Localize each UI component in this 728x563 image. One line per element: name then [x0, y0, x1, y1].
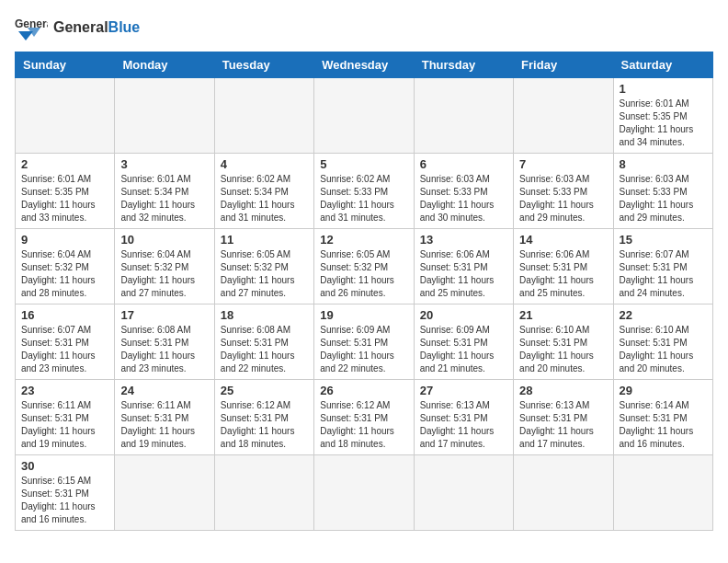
day-number: 2	[21, 157, 108, 171]
day-number: 19	[320, 308, 407, 322]
day-info: Sunrise: 6:02 AM Sunset: 5:33 PM Dayligh…	[320, 173, 407, 224]
calendar-cell	[613, 455, 712, 531]
calendar-cell: 27Sunrise: 6:13 AM Sunset: 5:31 PM Dayli…	[414, 380, 513, 455]
calendar-cell: 15Sunrise: 6:07 AM Sunset: 5:31 PM Dayli…	[613, 229, 712, 304]
calendar-cell	[314, 78, 414, 154]
calendar-cell: 25Sunrise: 6:12 AM Sunset: 5:31 PM Dayli…	[214, 380, 313, 455]
calendar-cell: 28Sunrise: 6:13 AM Sunset: 5:31 PM Dayli…	[514, 380, 613, 455]
day-info: Sunrise: 6:08 AM Sunset: 5:31 PM Dayligh…	[221, 324, 308, 375]
day-number: 26	[320, 384, 407, 397]
calendar-day-header: Tuesday	[214, 52, 313, 78]
calendar-cell: 12Sunrise: 6:05 AM Sunset: 5:32 PM Dayli…	[314, 229, 414, 304]
calendar-cell	[214, 455, 313, 531]
day-number: 8	[620, 157, 707, 171]
day-info: Sunrise: 6:12 AM Sunset: 5:31 PM Dayligh…	[221, 399, 308, 451]
day-number: 15	[620, 233, 707, 247]
day-info: Sunrise: 6:11 AM Sunset: 5:31 PM Dayligh…	[120, 399, 208, 451]
calendar-cell: 17Sunrise: 6:08 AM Sunset: 5:31 PM Dayli…	[115, 304, 214, 380]
day-info: Sunrise: 6:09 AM Sunset: 5:31 PM Dayligh…	[420, 324, 507, 375]
day-info: Sunrise: 6:10 AM Sunset: 5:31 PM Dayligh…	[519, 324, 607, 375]
logo-general: General	[53, 19, 108, 35]
calendar-cell: 8Sunrise: 6:03 AM Sunset: 5:33 PM Daylig…	[613, 154, 712, 229]
calendar-cell: 19Sunrise: 6:09 AM Sunset: 5:31 PM Dayli…	[314, 304, 414, 380]
calendar-header-row: SundayMondayTuesdayWednesdayThursdayFrid…	[16, 52, 713, 78]
day-number: 11	[221, 233, 308, 247]
day-number: 30	[21, 459, 108, 473]
day-info: Sunrise: 6:14 AM Sunset: 5:31 PM Dayligh…	[620, 399, 707, 451]
day-info: Sunrise: 6:15 AM Sunset: 5:31 PM Dayligh…	[21, 475, 108, 526]
calendar-cell	[115, 78, 214, 154]
day-number: 17	[120, 308, 208, 322]
calendar-cell: 20Sunrise: 6:09 AM Sunset: 5:31 PM Dayli…	[414, 304, 513, 380]
day-number: 25	[221, 384, 308, 397]
calendar-cell: 5Sunrise: 6:02 AM Sunset: 5:33 PM Daylig…	[314, 154, 414, 229]
day-info: Sunrise: 6:01 AM Sunset: 5:34 PM Dayligh…	[120, 173, 208, 224]
logo: General GeneralBlue	[15, 15, 140, 40]
day-info: Sunrise: 6:03 AM Sunset: 5:33 PM Dayligh…	[519, 173, 607, 224]
calendar-cell: 10Sunrise: 6:04 AM Sunset: 5:32 PM Dayli…	[115, 229, 214, 304]
day-number: 22	[620, 308, 707, 322]
day-number: 1	[620, 82, 707, 96]
calendar-cell: 18Sunrise: 6:08 AM Sunset: 5:31 PM Dayli…	[214, 304, 313, 380]
calendar-cell	[414, 455, 513, 531]
calendar-cell	[514, 455, 613, 531]
day-number: 3	[120, 157, 208, 171]
day-number: 5	[320, 157, 407, 171]
day-number: 20	[420, 308, 507, 322]
calendar-cell	[115, 455, 214, 531]
calendar-cell	[214, 78, 313, 154]
calendar-cell: 26Sunrise: 6:12 AM Sunset: 5:31 PM Dayli…	[314, 380, 414, 455]
calendar-cell: 14Sunrise: 6:06 AM Sunset: 5:31 PM Dayli…	[514, 229, 613, 304]
page-header: General GeneralBlue	[15, 15, 713, 40]
calendar-day-header: Wednesday	[314, 52, 414, 78]
calendar-cell	[16, 78, 115, 154]
day-number: 6	[420, 157, 507, 171]
calendar-cell: 4Sunrise: 6:02 AM Sunset: 5:34 PM Daylig…	[214, 154, 313, 229]
day-info: Sunrise: 6:08 AM Sunset: 5:31 PM Dayligh…	[120, 324, 208, 375]
calendar-cell: 30Sunrise: 6:15 AM Sunset: 5:31 PM Dayli…	[16, 455, 115, 531]
calendar-day-header: Monday	[115, 52, 214, 78]
day-info: Sunrise: 6:10 AM Sunset: 5:31 PM Dayligh…	[620, 324, 707, 375]
calendar-day-header: Saturday	[613, 52, 712, 78]
day-number: 18	[221, 308, 308, 322]
day-info: Sunrise: 6:01 AM Sunset: 5:35 PM Dayligh…	[21, 173, 108, 224]
day-info: Sunrise: 6:12 AM Sunset: 5:31 PM Dayligh…	[320, 399, 407, 451]
day-info: Sunrise: 6:05 AM Sunset: 5:32 PM Dayligh…	[221, 248, 308, 300]
calendar-cell: 9Sunrise: 6:04 AM Sunset: 5:32 PM Daylig…	[16, 229, 115, 304]
day-info: Sunrise: 6:09 AM Sunset: 5:31 PM Dayligh…	[320, 324, 407, 375]
svg-marker-1	[18, 31, 33, 40]
calendar-cell: 2Sunrise: 6:01 AM Sunset: 5:35 PM Daylig…	[16, 154, 115, 229]
day-info: Sunrise: 6:07 AM Sunset: 5:31 PM Dayligh…	[620, 248, 707, 300]
day-info: Sunrise: 6:01 AM Sunset: 5:35 PM Dayligh…	[620, 98, 707, 149]
calendar-cell	[314, 455, 414, 531]
day-number: 14	[519, 233, 607, 247]
day-number: 16	[21, 308, 108, 322]
day-info: Sunrise: 6:13 AM Sunset: 5:31 PM Dayligh…	[420, 399, 507, 451]
calendar-day-header: Thursday	[414, 52, 513, 78]
day-number: 9	[21, 233, 108, 247]
calendar-cell: 24Sunrise: 6:11 AM Sunset: 5:31 PM Dayli…	[115, 380, 214, 455]
calendar-cell	[414, 78, 513, 154]
day-number: 13	[420, 233, 507, 247]
calendar-cell: 21Sunrise: 6:10 AM Sunset: 5:31 PM Dayli…	[514, 304, 613, 380]
day-info: Sunrise: 6:13 AM Sunset: 5:31 PM Dayligh…	[519, 399, 607, 451]
day-info: Sunrise: 6:03 AM Sunset: 5:33 PM Dayligh…	[620, 173, 707, 224]
day-info: Sunrise: 6:05 AM Sunset: 5:32 PM Dayligh…	[320, 248, 407, 300]
day-info: Sunrise: 6:03 AM Sunset: 5:33 PM Dayligh…	[420, 173, 507, 224]
calendar-day-header: Sunday	[16, 52, 115, 78]
calendar-cell: 3Sunrise: 6:01 AM Sunset: 5:34 PM Daylig…	[115, 154, 214, 229]
calendar-cell: 13Sunrise: 6:06 AM Sunset: 5:31 PM Dayli…	[414, 229, 513, 304]
day-info: Sunrise: 6:11 AM Sunset: 5:31 PM Dayligh…	[21, 399, 108, 451]
logo-blue: Blue	[108, 19, 141, 35]
day-info: Sunrise: 6:04 AM Sunset: 5:32 PM Dayligh…	[120, 248, 208, 300]
calendar-cell	[514, 78, 613, 154]
calendar-cell: 16Sunrise: 6:07 AM Sunset: 5:31 PM Dayli…	[16, 304, 115, 380]
calendar-cell: 23Sunrise: 6:11 AM Sunset: 5:31 PM Dayli…	[16, 380, 115, 455]
calendar-cell: 6Sunrise: 6:03 AM Sunset: 5:33 PM Daylig…	[414, 154, 513, 229]
day-info: Sunrise: 6:06 AM Sunset: 5:31 PM Dayligh…	[420, 248, 507, 300]
day-number: 24	[120, 384, 208, 397]
day-number: 10	[120, 233, 208, 247]
day-number: 12	[320, 233, 407, 247]
calendar-cell: 1Sunrise: 6:01 AM Sunset: 5:35 PM Daylig…	[613, 78, 712, 154]
calendar-cell: 29Sunrise: 6:14 AM Sunset: 5:31 PM Dayli…	[613, 380, 712, 455]
